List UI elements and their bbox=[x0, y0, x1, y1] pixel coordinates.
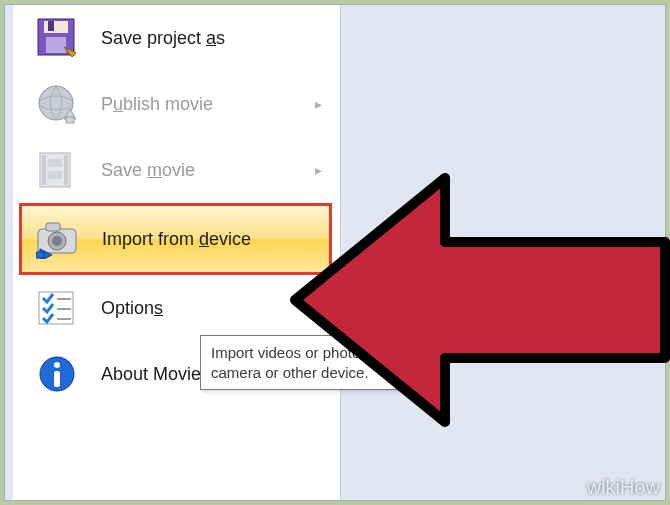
submenu-arrow-icon: ▸ bbox=[315, 162, 322, 178]
file-menu-panel: Save project as Publish movie ▸ bbox=[13, 5, 341, 500]
tooltip: Import videos or photos from a camera or… bbox=[200, 335, 440, 390]
screenshot-frame: Save project as Publish movie ▸ bbox=[4, 4, 666, 501]
svg-rect-11 bbox=[48, 171, 62, 179]
menu-publish-movie: Publish movie ▸ bbox=[13, 71, 340, 137]
menu-import-from-device[interactable]: Import from device bbox=[19, 203, 332, 275]
svg-rect-9 bbox=[64, 155, 68, 185]
menu-options[interactable]: Options bbox=[13, 275, 340, 341]
watermark: wikiHow bbox=[587, 476, 660, 499]
svg-rect-16 bbox=[36, 252, 44, 258]
menu-item-label: Import from device bbox=[102, 229, 251, 250]
svg-rect-10 bbox=[48, 159, 62, 167]
film-save-icon bbox=[35, 148, 79, 192]
svg-rect-6 bbox=[66, 117, 74, 123]
options-checklist-icon bbox=[35, 286, 79, 330]
svg-point-22 bbox=[54, 362, 60, 368]
svg-rect-8 bbox=[42, 155, 46, 185]
info-icon bbox=[35, 352, 79, 396]
menu-item-label: Options bbox=[101, 298, 163, 319]
svg-rect-23 bbox=[54, 371, 60, 387]
globe-upload-icon bbox=[35, 82, 79, 126]
menu-item-label: Save movie bbox=[101, 160, 195, 181]
svg-rect-3 bbox=[48, 21, 54, 31]
menu-save-movie: Save movie ▸ bbox=[13, 137, 340, 203]
menu-item-label: Publish movie bbox=[101, 94, 213, 115]
svg-rect-1 bbox=[44, 21, 68, 33]
annotation-arrow bbox=[285, 170, 670, 430]
svg-point-15 bbox=[52, 236, 62, 246]
menu-item-label: Save project as bbox=[101, 28, 225, 49]
submenu-arrow-icon: ▸ bbox=[315, 96, 322, 112]
menu-save-project-as[interactable]: Save project as bbox=[13, 5, 340, 71]
svg-rect-13 bbox=[46, 223, 60, 231]
camera-import-icon bbox=[36, 217, 80, 261]
floppy-save-as-icon bbox=[35, 16, 79, 60]
svg-rect-2 bbox=[46, 37, 66, 53]
